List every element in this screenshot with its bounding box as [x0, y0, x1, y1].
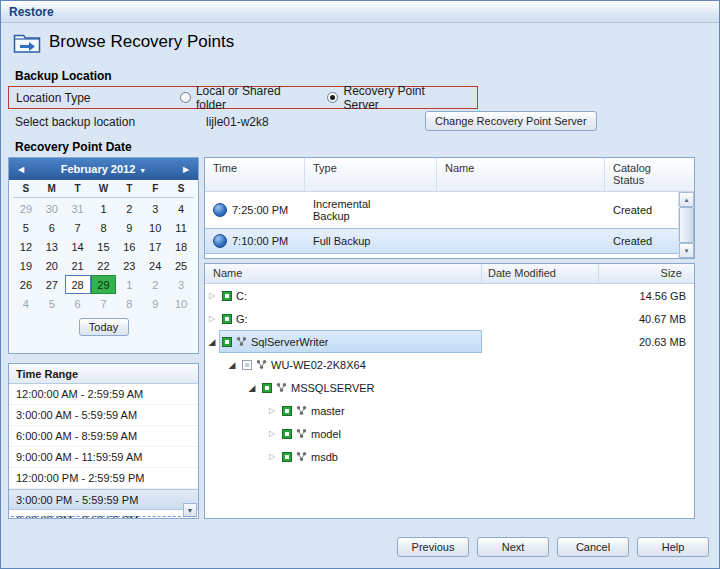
calendar-day[interactable]: 30 [39, 199, 65, 218]
calendar-day[interactable]: 9 [142, 294, 168, 313]
calendar-day[interactable]: 23 [116, 256, 142, 275]
calendar-day[interactable]: 31 [65, 199, 91, 218]
tree-row[interactable]: ▷master [205, 399, 694, 422]
radio-local-or-shared-folder[interactable]: Local or Shared folder [180, 84, 312, 112]
calendar-day[interactable]: 1 [116, 275, 142, 294]
calendar-day[interactable]: 13 [39, 237, 65, 256]
radio-selected-icon[interactable] [327, 92, 338, 103]
scroll-down-icon[interactable]: ▼ [679, 243, 694, 258]
time-range-item[interactable]: 6:00:00 AM - 8:59:59 AM [9, 426, 198, 447]
calendar-day[interactable]: 7 [65, 218, 91, 237]
scrollbar-thumb[interactable] [679, 207, 694, 243]
today-button[interactable]: Today [79, 318, 129, 336]
writer-icon [296, 428, 307, 439]
calendar-day[interactable]: 6 [39, 218, 65, 237]
include-checkbox[interactable] [282, 429, 292, 439]
calendar-day[interactable]: 3 [142, 199, 168, 218]
calendar-month-label: February 2012 [61, 163, 136, 175]
change-recovery-point-server-button[interactable]: Change Recovery Point Server [425, 111, 597, 131]
cancel-button[interactable]: Cancel [557, 537, 629, 557]
calendar-day[interactable]: 5 [13, 218, 39, 237]
calendar-day[interactable]: 21 [65, 256, 91, 275]
include-checkbox[interactable] [222, 291, 232, 301]
calendar-day[interactable]: 12 [13, 237, 39, 256]
time-range-item[interactable]: 3:00:00 AM - 5:59:59 AM [9, 405, 198, 426]
calendar-day[interactable]: 6 [65, 294, 91, 313]
calendar-day[interactable]: 5 [39, 294, 65, 313]
time-range-item[interactable]: 12:00:00 AM - 2:59:59 AM [9, 384, 198, 405]
calendar-day[interactable]: 20 [39, 256, 65, 275]
time-range-item[interactable]: 12:00:00 PM - 2:59:59 PM [9, 468, 198, 489]
calendar-day[interactable]: 1 [91, 199, 117, 218]
calendar-day[interactable]: 2 [142, 275, 168, 294]
tree-row[interactable]: ▷msdb [205, 445, 694, 468]
calendar-day[interactable]: 25 [168, 256, 194, 275]
calendar-day[interactable]: 27 [39, 275, 65, 294]
time-range-item[interactable]: 6:00:00 PM - 8:59:59 PM [9, 510, 198, 519]
calendar-day[interactable]: 7 [91, 294, 117, 313]
scroll-up-icon[interactable]: ▲ [679, 192, 694, 207]
next-button[interactable]: Next [477, 537, 549, 557]
calendar-day[interactable]: 18 [168, 237, 194, 256]
include-checkbox[interactable] [282, 452, 292, 462]
calendar-day[interactable]: 19 [13, 256, 39, 275]
backup-location-section-title: Backup Location [15, 69, 112, 83]
calendar-day[interactable]: 3 [168, 275, 194, 294]
time-range-scroll-down-icon[interactable]: ▼ [183, 503, 197, 517]
calendar-day[interactable]: 8 [91, 218, 117, 237]
calendar-day[interactable]: 29 [91, 275, 117, 294]
expand-arrow-icon[interactable]: ▷ [205, 291, 219, 300]
calendar-day[interactable]: 2 [116, 199, 142, 218]
calendar-day[interactable]: 10 [168, 294, 194, 313]
calendar-day[interactable]: 4 [168, 199, 194, 218]
scrollbar-track[interactable] [679, 207, 694, 243]
calendar-day-header: T [65, 183, 91, 194]
radio-recovery-point-server[interactable]: Recovery Point Server [327, 84, 461, 112]
tree-row[interactable]: ◢WU-WE02-2K8X64 [205, 353, 694, 376]
calendar-day[interactable]: 9 [116, 218, 142, 237]
calendar-day[interactable]: 28 [65, 275, 91, 294]
radio-unselected-icon[interactable] [180, 92, 191, 103]
include-checkbox[interactable] [222, 314, 232, 324]
time-range-list: 12:00:00 AM - 2:59:59 AM3:00:00 AM - 5:5… [9, 384, 198, 519]
expand-arrow-icon[interactable]: ▷ [265, 406, 279, 415]
help-button[interactable]: Help [637, 537, 709, 557]
calendar-day[interactable]: 15 [91, 237, 117, 256]
calendar-month-dropdown[interactable]: February 2012▼ [33, 163, 174, 175]
calendar-day[interactable]: 10 [142, 218, 168, 237]
include-checkbox[interactable] [282, 406, 292, 416]
recovery-point-time: 7:10:00 PM [232, 235, 288, 247]
tree-row[interactable]: ▷G:40.67 MB [205, 307, 694, 330]
include-checkbox[interactable] [242, 360, 252, 370]
calendar-prev-month-icon[interactable]: ◀ [9, 165, 33, 174]
calendar-next-month-icon[interactable]: ▶ [174, 165, 198, 174]
calendar-day[interactable]: 26 [13, 275, 39, 294]
collapse-arrow-icon[interactable]: ◢ [225, 360, 239, 370]
calendar-day[interactable]: 16 [116, 237, 142, 256]
expand-arrow-icon[interactable]: ▷ [265, 452, 279, 461]
collapse-arrow-icon[interactable]: ◢ [245, 383, 259, 393]
calendar-day[interactable]: 24 [142, 256, 168, 275]
recovery-point-row[interactable]: 7:25:00 PMIncremental BackupCreated [205, 192, 678, 228]
tree-row[interactable]: ▷model [205, 422, 694, 445]
include-checkbox[interactable] [262, 383, 272, 393]
collapse-arrow-icon[interactable]: ◢ [205, 337, 219, 347]
tree-row[interactable]: ◢SqlServerWriter20.63 MB [205, 330, 694, 353]
expand-arrow-icon[interactable]: ▷ [265, 429, 279, 438]
recovery-point-row[interactable]: 7:10:00 PMFull BackupCreated [205, 228, 678, 254]
time-range-item[interactable]: 9:00:00 AM - 11:59:59 AM [9, 447, 198, 468]
calendar-day[interactable]: 22 [91, 256, 117, 275]
tree-row[interactable]: ◢MSSQLSERVER [205, 376, 694, 399]
tree-row[interactable]: ▷C:14.56 GB [205, 284, 694, 307]
previous-button[interactable]: Previous [397, 537, 469, 557]
expand-arrow-icon[interactable]: ▷ [205, 314, 219, 323]
calendar-day[interactable]: 14 [65, 237, 91, 256]
calendar-day[interactable]: 11 [168, 218, 194, 237]
calendar-day[interactable]: 8 [116, 294, 142, 313]
calendar-day[interactable]: 4 [13, 294, 39, 313]
calendar-day[interactable]: 29 [13, 199, 39, 218]
time-range-item[interactable]: 3:00:00 PM - 5:59:59 PM [9, 489, 198, 510]
recovery-points-scrollbar[interactable]: ▲ ▼ [678, 192, 694, 258]
calendar-day[interactable]: 17 [142, 237, 168, 256]
include-checkbox[interactable] [222, 337, 232, 347]
